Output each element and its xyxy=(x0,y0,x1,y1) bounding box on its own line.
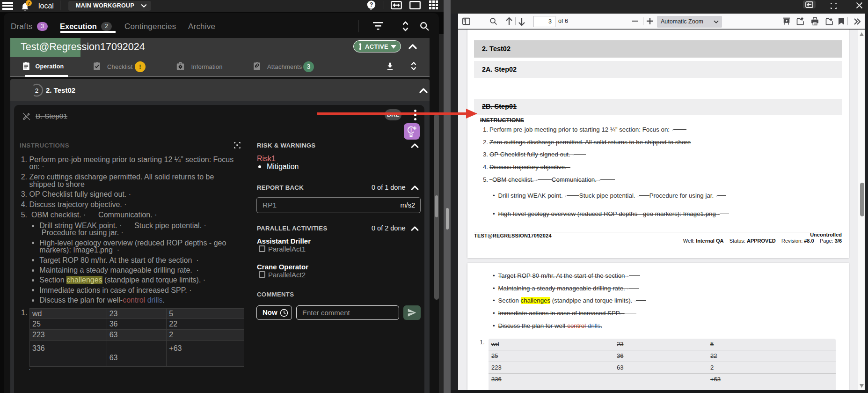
svg-text:2: 2 xyxy=(35,87,39,94)
svg-text:?: ? xyxy=(370,1,373,8)
svg-text:!: ! xyxy=(410,127,412,133)
